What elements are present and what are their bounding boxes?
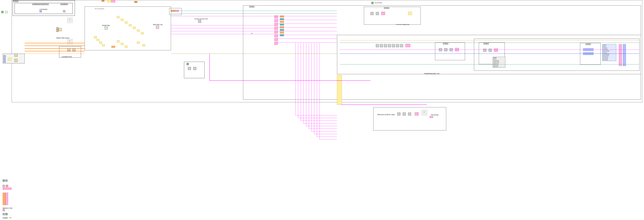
unbundle-node-2[interactable] <box>274 19 278 22</box>
subvi-top-2[interactable] <box>112 0 115 2</box>
btm-array-orange[interactable] <box>3 193 5 205</box>
stop-terminal[interactable] <box>1 11 4 13</box>
print-raw-save-icon[interactable] <box>408 12 412 15</box>
cmp-node-11 <box>137 42 140 44</box>
mini-vi-1[interactable] <box>14 54 18 57</box>
build-array-big-icon[interactable] <box>337 75 342 105</box>
main-data-loop-vi-icon[interactable] <box>156 26 159 29</box>
btm-string-1[interactable] <box>3 188 12 190</box>
mini-i32-1[interactable] <box>4 55 6 57</box>
unbundle-node-1[interactable] <box>274 15 278 18</box>
term-row-1[interactable] <box>280 15 284 17</box>
mini-i32-3[interactable] <box>4 61 6 63</box>
right-bundle-icon[interactable] <box>619 44 622 66</box>
fit-vi-misc-1[interactable] <box>376 44 379 47</box>
calc-intensities-vi-icon[interactable] <box>198 20 201 23</box>
property-node[interactable]: ActPlot ActPlot PlotName PlotVisible Plo… <box>602 44 616 61</box>
mid-tf-true[interactable]: T <box>186 63 189 65</box>
sample-data-label: Sample Data <box>102 25 110 26</box>
print-all-terminal[interactable] <box>430 116 433 118</box>
right-case-inner-selector[interactable]: ◂ True ▸ <box>586 43 591 45</box>
case-selector-right[interactable]: ◂ True ▸ <box>249 6 254 7</box>
fit-case-1-bundle-icon[interactable] <box>455 48 459 51</box>
fit-case-1-vi-2[interactable] <box>444 48 447 51</box>
term-row-5[interactable] <box>280 26 284 28</box>
restructure-bundle-icon[interactable] <box>415 112 418 115</box>
unbundle-node-3[interactable] <box>274 23 278 26</box>
num-samples-terminal[interactable] <box>40 10 42 12</box>
print-raw-vi-1[interactable] <box>370 12 374 15</box>
countdown-vi-icon-1[interactable] <box>68 48 70 51</box>
right-bundle-icon-b[interactable] <box>623 44 626 66</box>
mid-vi-1[interactable] <box>188 67 191 70</box>
fit-case-2-bundle-icon[interactable] <box>494 48 498 52</box>
fit-case-1-selector[interactable]: ◂ True ▸ <box>443 43 448 44</box>
cmp-node-16 <box>102 44 105 46</box>
print-raw-bundle-icon[interactable] <box>381 12 385 15</box>
restructure-vi-2[interactable] <box>403 112 406 115</box>
init-daq-terminal-1[interactable] <box>56 27 58 29</box>
btm-tf-1[interactable] <box>3 180 5 182</box>
fit-vi-misc-2[interactable] <box>380 44 383 47</box>
left-mini-frame <box>3 54 25 64</box>
fit-case-1-vi-1[interactable] <box>439 48 442 51</box>
cmp-node-8 <box>117 40 120 42</box>
term-row-8[interactable] <box>280 34 284 36</box>
cluster-terminal-left[interactable] <box>63 10 65 12</box>
unbundle-node-5[interactable] <box>274 30 278 33</box>
btm-pink-1[interactable] <box>3 185 5 187</box>
fit-vi-misc-6[interactable] <box>396 44 399 47</box>
csv-chip[interactable]: .csv <box>102 0 104 1</box>
restructure-vi-3[interactable] <box>408 112 411 115</box>
term-row-2[interactable] <box>280 18 284 20</box>
print-raw-vi-2[interactable] <box>376 12 379 15</box>
subvi-top-1[interactable] <box>108 0 111 2</box>
fit-vi-misc-5[interactable] <box>392 44 395 47</box>
inner-term-1[interactable] <box>171 10 175 12</box>
term-row-4[interactable] <box>280 24 284 25</box>
btm-orng-1[interactable] <box>6 185 8 187</box>
restructure-vi-1[interactable] <box>398 112 400 115</box>
data-path-chip[interactable]: data <box>134 1 138 3</box>
btm-tf-2[interactable] <box>5 213 8 215</box>
inner-term-2[interactable] <box>175 10 179 12</box>
fit-vi-misc-7[interactable] <box>400 44 403 47</box>
sample-data-vi-icon[interactable] <box>105 26 108 29</box>
mid-vi-2[interactable] <box>193 67 196 70</box>
right-case-node-2 <box>587 48 590 51</box>
fit-vi-misc-3[interactable] <box>384 44 387 47</box>
cluster-constant-title: cluster <box>493 57 505 59</box>
cluster-constant[interactable]: cluster ActPlot LegAutosize LegNumRow Le… <box>493 57 505 68</box>
btm-enum-unused[interactable]: Unused <box>3 217 8 219</box>
fit-case-2-vi-1[interactable] <box>483 49 486 52</box>
btm-array-pink[interactable] <box>5 193 8 205</box>
dbl-term-1[interactable] <box>112 46 115 48</box>
btm-blue-2[interactable]: 0 <box>3 213 5 215</box>
term-row-6[interactable] <box>280 29 284 31</box>
mini-i32-2[interactable] <box>4 58 6 60</box>
unbundle-node-7[interactable] <box>274 38 278 41</box>
btm-exit-label: Exit <box>10 217 12 219</box>
fit-vi-misc-4[interactable] <box>388 44 391 47</box>
fit-case-1-vi-3[interactable] <box>450 48 453 51</box>
fit-case-2-vi-2[interactable] <box>489 49 492 52</box>
print-dp-terminal[interactable] <box>371 2 374 4</box>
mini-vi-2[interactable] <box>14 59 18 62</box>
unbundle-node-6[interactable] <box>274 34 278 37</box>
term-row-7[interactable] <box>280 32 284 33</box>
init-daq-vi-icon[interactable] <box>59 28 62 31</box>
fit-bundle-misc-icon[interactable] <box>406 44 410 47</box>
case-selector-outer[interactable]: ◂ True ▸ <box>13 0 18 2</box>
countdown-vi-icon-2[interactable] <box>72 48 76 51</box>
fit-case-2-selector[interactable]: ◂ True ▸ <box>484 43 489 44</box>
btm-i32-1[interactable]: 0 <box>5 180 8 182</box>
unbundle-node-8[interactable] <box>274 42 278 45</box>
btm-wavechart-terminal[interactable] <box>3 209 5 211</box>
term-row-3[interactable] <box>280 21 284 23</box>
print-raw-selector[interactable]: ◂ True ▸ <box>384 7 389 9</box>
restructure-label: Restructure all data for output <box>377 114 395 115</box>
case-selector-disabled[interactable]: ◂ Disabled and Grayed Out ▸ <box>32 3 49 5</box>
init-daq-terminal-2[interactable] <box>56 30 58 32</box>
case-selector-disabled-right[interactable]: ◂ Disabled ▸ <box>60 3 68 5</box>
unbundle-node-4[interactable] <box>274 27 278 30</box>
